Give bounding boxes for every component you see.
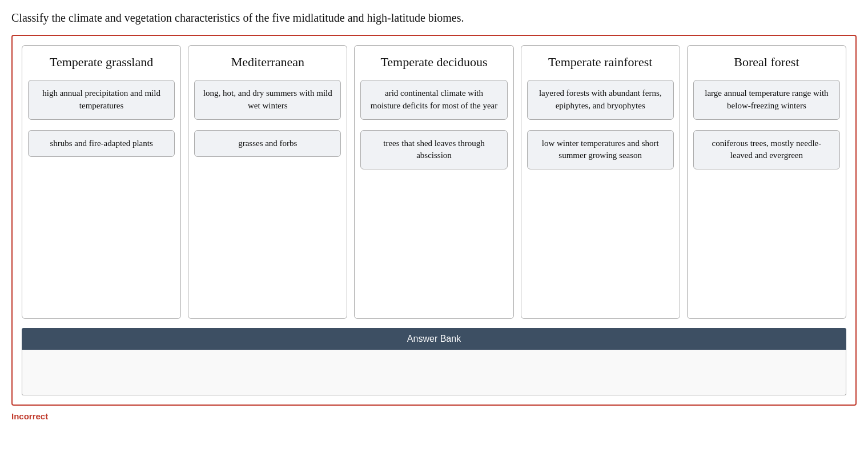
biome-column-temperate-grassland: Temperate grasslandhigh annual precipita… [22, 45, 181, 319]
answer-bank-body[interactable] [22, 350, 846, 395]
column-header-temperate-rainforest: Temperate rainforest [548, 55, 652, 70]
card-mediterranean-1[interactable]: grasses and forbs [194, 130, 341, 157]
card-mediterranean-0[interactable]: long, hot, and dry summers with mild wet… [194, 80, 341, 120]
card-temperate-rainforest-1[interactable]: low winter temperatures and short summer… [527, 130, 674, 170]
card-temperate-rainforest-0[interactable]: layered forests with abundant ferns, epi… [527, 80, 674, 120]
biome-column-temperate-rainforest: Temperate rainforestlayered forests with… [521, 45, 680, 319]
incorrect-label: Incorrect [11, 411, 857, 421]
page-title: Classify the climate and vegetation char… [11, 11, 857, 25]
card-temperate-deciduous-0[interactable]: arid continental climate with moisture d… [360, 80, 507, 120]
answer-bank-section: Answer Bank [22, 328, 846, 395]
biome-column-temperate-deciduous: Temperate deciduousarid continental clim… [354, 45, 513, 319]
card-boreal-forest-1[interactable]: coniferous trees, mostly needle-leaved a… [693, 130, 840, 170]
card-temperate-grassland-0[interactable]: high annual precipitation and mild tempe… [28, 80, 175, 120]
column-header-boreal-forest: Boreal forest [734, 55, 799, 70]
card-boreal-forest-0[interactable]: large annual temperature range with belo… [693, 80, 840, 120]
card-temperate-deciduous-1[interactable]: trees that shed leaves through abscissio… [360, 130, 507, 170]
answer-bank-header: Answer Bank [22, 328, 846, 350]
column-header-mediterranean: Mediterranean [231, 55, 304, 70]
card-temperate-grassland-1[interactable]: shrubs and fire-adapted plants [28, 130, 175, 157]
biome-column-mediterranean: Mediterraneanlong, hot, and dry summers … [188, 45, 347, 319]
column-header-temperate-deciduous: Temperate deciduous [380, 55, 487, 70]
columns-area: Temperate grasslandhigh annual precipita… [22, 45, 846, 319]
biome-column-boreal-forest: Boreal forestlarge annual temperature ra… [687, 45, 846, 319]
main-container: Temperate grasslandhigh annual precipita… [11, 35, 857, 406]
column-header-temperate-grassland: Temperate grassland [50, 55, 153, 70]
